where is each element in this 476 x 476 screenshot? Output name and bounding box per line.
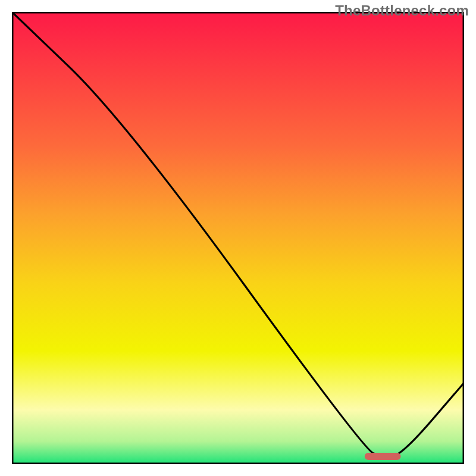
chart-background xyxy=(12,12,464,464)
chart-svg xyxy=(12,12,464,464)
optimal-range-marker xyxy=(365,453,401,460)
bottleneck-chart xyxy=(12,12,464,464)
watermark-text: TheBottleneck.com xyxy=(335,2,469,19)
